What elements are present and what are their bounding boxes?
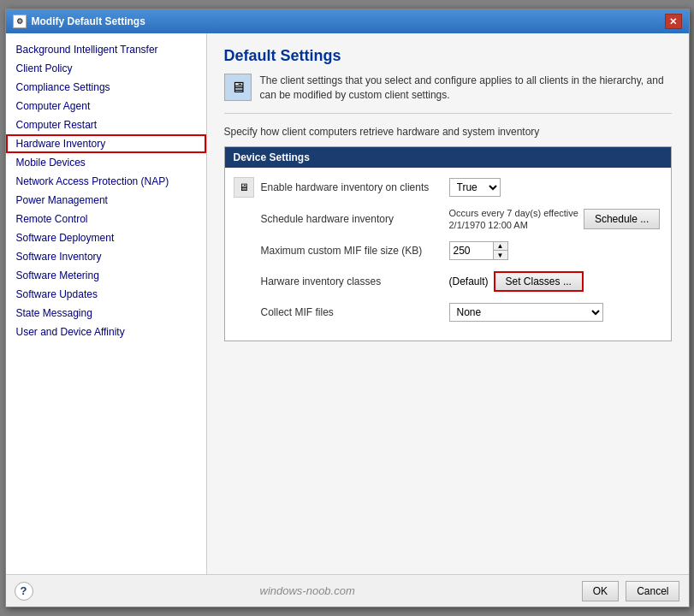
specify-text: Specify how client computers retrieve ha…: [224, 126, 672, 138]
schedule-info: Occurs every 7 day(s) effective 2/1/1970…: [449, 207, 578, 232]
sidebar: Background Intelligent TransferClient Po…: [6, 33, 207, 574]
label-mif-size: Maximum custom MIF file size (KB): [261, 245, 449, 257]
spinbox-arrows: ▲ ▼: [493, 242, 507, 259]
bottom-bar-buttons: OK Cancel: [582, 581, 680, 601]
sidebar-item-network-access-protection[interactable]: Network Access Protection (NAP): [6, 172, 206, 191]
cancel-button[interactable]: Cancel: [626, 581, 679, 601]
spinbox-input-mif[interactable]: [450, 242, 493, 259]
value-schedule: Occurs every 7 day(s) effective 2/1/1970…: [449, 207, 662, 232]
sidebar-item-background-intelligent-transfer[interactable]: Background Intelligent Transfer: [6, 40, 206, 59]
value-inventory-classes: (Default) Set Classes ...: [449, 271, 662, 292]
sidebar-item-computer-agent[interactable]: Computer Agent: [6, 97, 206, 116]
sidebar-item-software-deployment[interactable]: Software Deployment: [6, 228, 206, 247]
sidebar-item-software-updates[interactable]: Software Updates: [6, 285, 206, 304]
label-inventory-classes: Harware inventory classes: [261, 275, 449, 287]
window-icon: ⚙: [13, 15, 27, 28]
dropdown-enable-hardware[interactable]: True False: [449, 178, 501, 197]
device-settings-section: Device Settings 🖥 Enable hardware invent…: [224, 146, 672, 342]
set-classes-button[interactable]: Set Classes ...: [494, 271, 584, 292]
sidebar-item-computer-restart[interactable]: Computer Restart: [6, 116, 206, 134]
spin-up-button[interactable]: ▲: [494, 242, 507, 251]
description-box: 🖥 The client settings that you select an…: [224, 74, 672, 114]
device-settings-body: 🖥 Enable hardware inventory on clients T…: [225, 168, 671, 341]
spin-down-button[interactable]: ▼: [494, 251, 507, 259]
label-enable-hardware: Enable hardware inventory on clients: [261, 181, 449, 193]
row-schedule: Schedule hardware inventory Occurs every…: [234, 207, 662, 232]
sidebar-item-compliance-settings[interactable]: Compliance Settings: [6, 78, 206, 97]
description-icon: 🖥: [224, 74, 252, 101]
dropdown-collect-mif[interactable]: None Collect IDMIF files Collect NOIDMIF…: [449, 303, 603, 322]
schedule-button[interactable]: Schedule ...: [584, 209, 660, 229]
title-bar: ⚙ Modify Default Settings ✕: [6, 9, 689, 33]
bottom-bar: ? windows-noob.com OK Cancel: [6, 574, 689, 607]
inventory-classes-default: (Default): [449, 275, 489, 287]
sidebar-item-client-policy[interactable]: Client Policy: [6, 59, 206, 78]
row-collect-mif: Collect MIF files None Collect IDMIF fil…: [234, 301, 662, 323]
main-content: Default Settings 🖥 The client settings t…: [207, 33, 689, 574]
sidebar-item-software-inventory[interactable]: Software Inventory: [6, 247, 206, 266]
sidebar-item-mobile-devices[interactable]: Mobile Devices: [6, 153, 206, 172]
sidebar-item-hardware-inventory[interactable]: Hardware Inventory: [6, 134, 206, 153]
description-text: The client settings that you select and …: [260, 74, 672, 103]
spinbox-mif: ▲ ▼: [449, 241, 508, 260]
watermark: windows-noob.com: [260, 584, 355, 597]
device-settings-header: Device Settings: [225, 147, 671, 168]
label-schedule: Schedule hardware inventory: [261, 213, 449, 225]
row-enable-hardware: 🖥 Enable hardware inventory on clients T…: [234, 176, 662, 198]
ok-button[interactable]: OK: [582, 581, 619, 601]
sidebar-item-user-device-affinity[interactable]: User and Device Affinity: [6, 323, 206, 341]
schedule-line1: Occurs every 7 day(s) effective: [449, 207, 578, 219]
row-icon-1: 🖥: [234, 177, 254, 198]
sidebar-item-power-management[interactable]: Power Management: [6, 191, 206, 210]
window-title: Modify Default Settings: [32, 15, 145, 27]
main-window: ⚙ Modify Default Settings ✕ Background I…: [5, 9, 690, 607]
page-title: Default Settings: [224, 47, 672, 65]
schedule-line2: 2/1/1970 12:00 AM: [449, 219, 578, 231]
row-mif-size: Maximum custom MIF file size (KB) ▲ ▼: [234, 240, 662, 262]
value-mif-size: ▲ ▼: [449, 241, 662, 260]
sidebar-item-remote-control[interactable]: Remote Control: [6, 210, 206, 228]
value-collect-mif: None Collect IDMIF files Collect NOIDMIF…: [449, 303, 662, 322]
title-bar-left: ⚙ Modify Default Settings: [13, 15, 145, 28]
sidebar-item-software-metering[interactable]: Software Metering: [6, 266, 206, 285]
help-button[interactable]: ?: [15, 582, 33, 601]
row-inventory-classes: Harware inventory classes (Default) Set …: [234, 270, 662, 293]
window-body: Background Intelligent TransferClient Po…: [6, 33, 689, 574]
label-collect-mif: Collect MIF files: [261, 306, 449, 318]
close-button[interactable]: ✕: [665, 14, 682, 29]
value-enable-hardware: True False: [449, 178, 662, 197]
sidebar-item-state-messaging[interactable]: State Messaging: [6, 304, 206, 323]
